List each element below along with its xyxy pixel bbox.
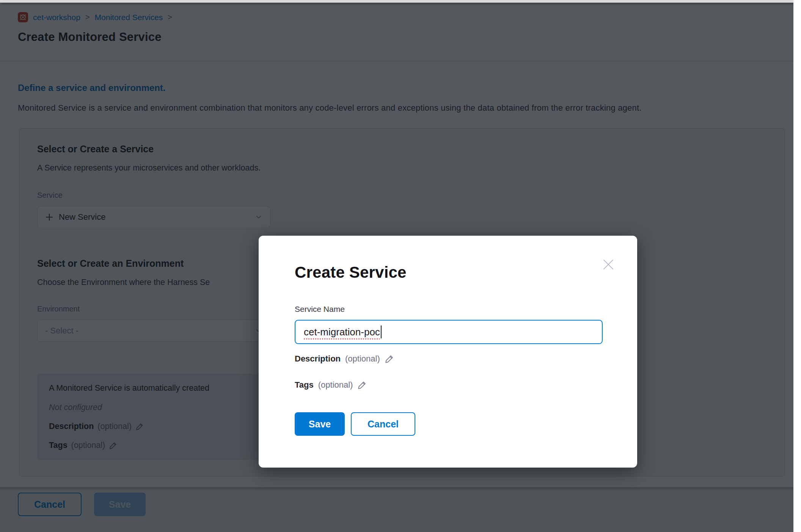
window-right-edge (793, 0, 801, 532)
service-name-label: Service Name (295, 305, 345, 314)
modal-description-row: Description (optional) (295, 354, 394, 364)
window-top-edge (0, 0, 801, 3)
screen: cet-workshop > Monitored Services > Crea… (0, 0, 801, 532)
text-caret (381, 325, 382, 338)
service-name-input[interactable]: cet-migration-poc (295, 320, 603, 344)
close-icon[interactable] (602, 258, 615, 271)
optional-label: (optional) (345, 354, 380, 364)
modal-cancel-button[interactable]: Cancel (351, 412, 415, 436)
edit-pencil-icon[interactable] (357, 380, 367, 390)
edit-pencil-icon[interactable] (385, 354, 394, 364)
optional-label: (optional) (318, 380, 353, 390)
modal-tags-row: Tags (optional) (295, 380, 367, 390)
modal-save-button[interactable]: Save (295, 412, 345, 436)
tags-label: Tags (295, 380, 314, 390)
description-label: Description (295, 354, 341, 364)
create-service-modal: Create Service Service Name cet-migratio… (259, 236, 637, 468)
modal-title: Create Service (295, 263, 407, 282)
service-name-value: cet-migration-poc (304, 326, 380, 338)
